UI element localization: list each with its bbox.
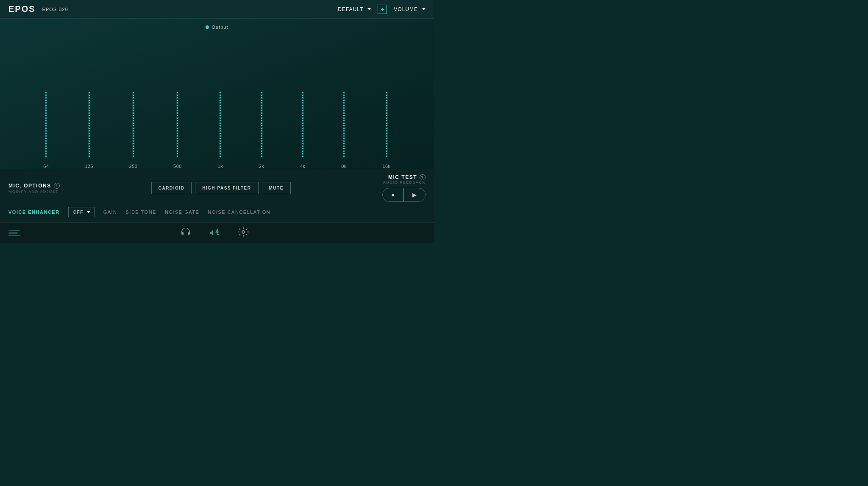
eq-dot	[386, 138, 387, 139]
cardioid-button[interactable]: CARDIOID	[151, 182, 192, 194]
mic-play-button[interactable]: ▶	[403, 188, 426, 202]
eq-dot	[89, 138, 90, 139]
eq-dot	[45, 105, 47, 106]
eq-dot	[220, 130, 221, 131]
eq-dot	[220, 123, 221, 124]
eq-dot	[133, 130, 134, 131]
mic-record-button[interactable]: ●	[382, 188, 403, 202]
eq-band-2k[interactable]: 2k	[259, 92, 264, 169]
eq-dot	[302, 107, 303, 109]
voice-enhancer-chevron-icon	[87, 211, 90, 213]
eq-dot	[89, 100, 90, 101]
eq-dot	[89, 128, 90, 129]
eq-dot	[261, 102, 262, 103]
eq-dot	[343, 133, 345, 134]
eq-band-125[interactable]: 125	[85, 92, 93, 169]
eq-label-8k: 8k	[341, 164, 347, 169]
speaker-nav-icon[interactable]	[209, 227, 220, 239]
eq-dot	[89, 92, 90, 93]
voice-enhancer-dropdown[interactable]: OFF	[68, 207, 95, 217]
eq-dot	[45, 92, 47, 93]
menu-line-1	[8, 230, 20, 231]
eq-dot	[386, 95, 387, 96]
eq-dot	[220, 102, 221, 103]
eq-band-4k[interactable]: 4k	[300, 92, 306, 169]
gain-tab[interactable]: GAIN	[103, 209, 117, 215]
eq-dot	[177, 102, 178, 103]
eq-dot	[386, 156, 387, 157]
eq-band-64[interactable]: 64	[43, 92, 49, 169]
eq-dot	[343, 120, 345, 121]
eq-dot	[386, 143, 387, 144]
side-tone-tab[interactable]: SIDE TONE	[126, 209, 156, 215]
eq-band-8k[interactable]: 8k	[341, 92, 347, 169]
eq-dot	[261, 156, 262, 157]
device-name: EPOS B20	[42, 7, 68, 12]
eq-band-500[interactable]: 500	[173, 92, 182, 169]
footer-menu-icon[interactable]	[8, 230, 20, 236]
eq-dot	[302, 97, 303, 98]
eq-dot	[302, 153, 303, 154]
mic-test-controls: ● ▶	[382, 188, 426, 202]
eq-dots-2k	[261, 92, 262, 157]
mic-test-help-icon[interactable]: ?	[420, 174, 426, 180]
eq-label-250: 250	[129, 164, 138, 169]
mic-options-help-icon[interactable]: ?	[54, 183, 60, 189]
eq-dot	[220, 143, 221, 144]
eq-dot	[177, 115, 178, 116]
eq-dot	[302, 112, 303, 114]
eq-dot	[343, 148, 345, 149]
eq-dot	[220, 125, 221, 126]
settings-nav-icon[interactable]	[237, 227, 249, 239]
eq-band-16k[interactable]: 16k	[382, 92, 390, 169]
eq-dot	[177, 105, 178, 106]
profile-dropdown[interactable]: DEFAULT	[338, 6, 371, 12]
eq-dot	[261, 115, 262, 116]
eq-dot	[45, 115, 47, 116]
eq-dot	[386, 107, 387, 109]
eq-dot	[89, 135, 90, 137]
eq-dot	[133, 100, 134, 101]
high-pass-filter-button[interactable]: HIGH PASS FILTER	[195, 182, 258, 194]
eq-label-1k: 1k	[218, 164, 223, 169]
eq-dot	[386, 102, 387, 103]
eq-dot	[386, 120, 387, 121]
record-icon: ●	[391, 192, 395, 198]
profile-label: DEFAULT	[338, 6, 363, 12]
eq-dot	[220, 112, 221, 114]
headphone-nav-icon[interactable]	[180, 227, 192, 239]
eq-dot	[343, 130, 345, 131]
eq-dot	[45, 123, 47, 124]
eq-dot	[89, 115, 90, 116]
eq-dot	[386, 123, 387, 124]
eq-dot	[261, 117, 262, 119]
eq-dots-4k	[302, 92, 303, 157]
volume-chevron-icon	[422, 8, 426, 10]
eq-dot	[45, 120, 47, 121]
eq-dot	[89, 130, 90, 131]
footer-center-nav	[180, 227, 249, 239]
eq-dots-125	[89, 92, 90, 157]
eq-dot	[133, 107, 134, 109]
mute-button[interactable]: MUTE	[262, 182, 291, 194]
eq-dot	[89, 153, 90, 154]
voice-enhancer-value: OFF	[73, 209, 83, 215]
eq-dot	[386, 125, 387, 126]
eq-dot	[177, 100, 178, 101]
eq-dot	[343, 145, 345, 147]
eq-band-1k[interactable]: 1k	[218, 92, 223, 169]
eq-dot	[89, 102, 90, 103]
add-profile-button[interactable]: +	[378, 5, 387, 14]
eq-dot	[343, 140, 345, 142]
eq-band-250[interactable]: 250	[129, 92, 138, 169]
volume-dropdown[interactable]: VOLUME	[394, 6, 426, 12]
eq-dot	[302, 123, 303, 124]
noise-cancellation-tab[interactable]: NOISE CANCELLATION	[208, 209, 270, 215]
eq-dot	[89, 97, 90, 98]
footer-nav	[0, 222, 434, 243]
noise-gate-tab[interactable]: NOISE GATE	[165, 209, 199, 215]
controls-top: MIC. OPTIONS ? MODIFY AND ADJUST CARDIOI…	[8, 174, 426, 202]
eq-dot	[386, 140, 387, 142]
eq-dot	[133, 115, 134, 116]
eq-dot	[220, 97, 221, 98]
